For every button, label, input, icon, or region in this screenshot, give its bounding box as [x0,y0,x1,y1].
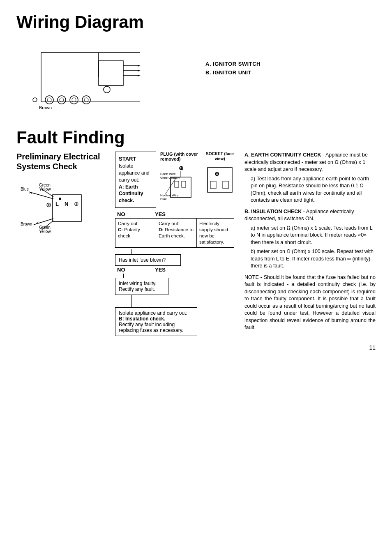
plug-svg: ⊕ Earth Wire Green/Yellow Neutral Wire B… [160,163,201,204]
isolate-box: Isolate appliance and carry out: B: Insu… [115,307,197,336]
svg-rect-56 [210,181,216,189]
branch-split: Inlet wiring faulty.Rectify any fault. [115,274,234,295]
three-col-flow: Carry out:C: Polarity check. Carry out:D… [115,218,234,248]
start-label: START [119,155,152,163]
vert-no-line [123,274,124,278]
note-text: NOTE - Should it be found that the fuse … [244,274,376,332]
svg-rect-49 [182,181,186,187]
insulation-item-a: a) meter set on Ω (Ohms) x 1 scale. Test… [251,225,376,246]
svg-marker-6 [138,65,141,67]
svg-text:N: N [65,201,68,207]
wiring-diagram-area: Brown A. IGNITOR SWITCH B. IGNITOR UNIT [16,36,376,120]
svg-text:Green/Yellow: Green/Yellow [160,176,180,180]
svg-text:⊕: ⊕ [74,200,79,207]
svg-marker-7 [138,70,141,71]
carry-out-d-cell: Carry out:D: Resistance to Earth check. [156,219,197,247]
no-yes-row-2: NO YES [115,267,234,273]
svg-rect-48 [175,181,179,187]
svg-rect-2 [99,61,123,85]
svg-text:Brown: Brown [21,222,32,226]
wiring-labels: A. IGNITOR SWITCH B. IGNITOR UNIT [205,61,261,78]
vert-connector-2 [131,295,132,307]
svg-line-40 [37,221,38,223]
inlet-wiring-box: Inlet wiring faulty.Rectify any fault. [115,278,168,295]
svg-line-25 [29,192,53,199]
description-panel: A. EARTH CONTINUITY CHECK - Appliance mu… [242,152,376,336]
svg-point-21 [33,98,37,102]
svg-point-15 [60,98,64,102]
svg-text:Yellow: Yellow [39,229,51,234]
insulation-item-b: b) meter set on Ω (Ohm) x 100 scale. Rep… [251,248,376,270]
left-branch: Inlet wiring faulty.Rectify any fault. [115,274,168,295]
vert-connector-1 [131,249,132,254]
wiring-svg: Brown [16,36,189,120]
svg-text:Blue: Blue [21,187,29,191]
page-title: Wiring Diagram [16,12,376,32]
svg-point-16 [70,96,78,104]
svg-point-12 [45,96,53,104]
svg-marker-8 [138,75,141,76]
inlet-fuse-box: Has inlet fuse blown? [115,254,181,266]
svg-point-17 [72,98,76,102]
start-box: START Isolate appliance and carry out: A… [115,152,156,208]
earth-continuity-item-a: a) Test leads from any appliance earth p… [251,175,376,204]
socket-svg: ⊕ [205,161,234,194]
svg-point-19 [84,98,88,102]
svg-text:Yellow: Yellow [39,187,51,191]
no-label-1: NO [115,211,148,217]
svg-line-36 [34,219,53,225]
svg-point-9 [104,86,110,93]
insulation-check-title: B. INSULATION CHECK - Appliance electric… [244,208,376,223]
svg-point-14 [58,96,66,104]
svg-text:L: L [55,201,59,207]
socket-label: SOCKET (face view) [205,152,234,161]
earth-continuity-title: A. EARTH CONTINUITY CHECK - Appliance mu… [244,152,376,173]
svg-point-13 [47,98,51,102]
prelim-title: Preliminary Electrical Systems Check [16,152,107,171]
svg-rect-27 [53,195,81,221]
yes-label-2: YES [148,267,173,273]
svg-text:Neutral Wire: Neutral Wire [160,193,179,197]
electricity-supply-cell: Electricity supply should now be satisfa… [197,219,234,247]
ln-wiring-diagram: Blue Green Yellow L N ⊕ ⊕ Brown Green Ye… [16,176,103,242]
svg-point-18 [82,96,90,104]
yes-label-1: YES [148,211,173,217]
flowchart-middle: START Isolate appliance and carry out: A… [115,152,234,336]
svg-text:⊕: ⊕ [46,201,51,208]
socket-diagram-area: SOCKET (face view) ⊕ [205,152,234,208]
no-yes-row-1: NO YES [115,211,234,217]
svg-point-32 [59,198,61,200]
ignitor-unit-label: B. IGNITOR UNIT [205,69,261,76]
svg-text:Blue: Blue [160,197,167,201]
fault-finding-title: Fault Finding [16,128,376,147]
no-label-2: NO [115,267,148,273]
svg-text:Brown: Brown [39,105,52,110]
svg-rect-57 [223,181,228,189]
ignitor-switch-label: A. IGNITOR SWITCH [205,61,261,67]
carry-out-c-cell: Carry out:C: Polarity check. [115,219,156,247]
plug-label: PLUG (with cover removed) [160,152,201,161]
svg-text:⊕: ⊕ [214,170,219,177]
svg-text:Earth Wire: Earth Wire [160,172,176,176]
start-text: Isolate appliance and carry out: A: Eart… [119,163,152,204]
insulation-check-section: B. INSULATION CHECK - Appliance electric… [244,208,376,270]
page-number: 11 [16,344,376,351]
svg-text:⊕: ⊕ [179,165,184,171]
plug-diagram-area: PLUG (with cover removed) ⊕ Earth Wire G… [160,152,201,208]
earth-continuity-section: A. EARTH CONTINUITY CHECK - Appliance mu… [244,152,376,204]
note-section: NOTE - Should it be found that the fuse … [244,274,376,332]
plug-socket-area: START Isolate appliance and carry out: A… [115,152,234,208]
